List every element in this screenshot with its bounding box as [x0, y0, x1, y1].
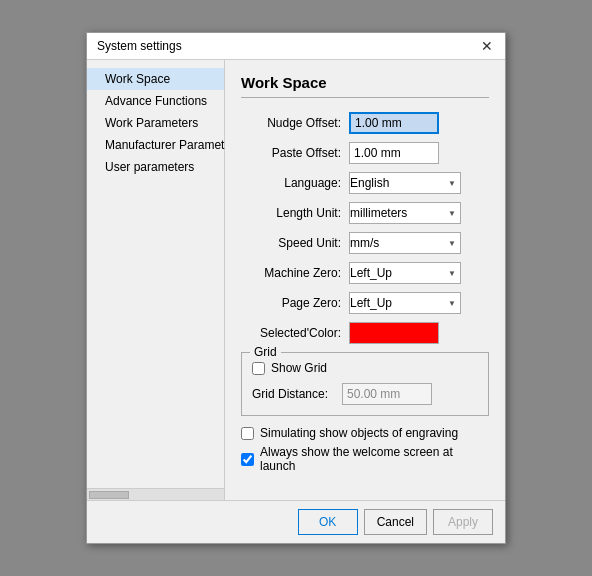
- length-unit-select[interactable]: millimeters inches: [349, 202, 461, 224]
- bottom-checkboxes: Simulating show objects of engraving Alw…: [241, 426, 489, 473]
- scrollbar-thumb: [89, 491, 129, 499]
- simulating-label: Simulating show objects of engraving: [260, 426, 458, 440]
- selected-color-label: Selected'Color:: [241, 326, 349, 340]
- show-grid-row: Show Grid: [252, 361, 478, 375]
- welcome-screen-row: Always show the welcome screen at launch: [241, 445, 489, 473]
- cancel-button[interactable]: Cancel: [364, 509, 427, 535]
- length-unit-label: Length Unit:: [241, 206, 349, 220]
- sidebar-item-label: User parameters: [105, 160, 194, 174]
- page-zero-row: Page Zero: Left_Up Right_Up Left_Down Ri…: [241, 292, 489, 314]
- grid-group-box: Grid Show Grid Grid Distance:: [241, 352, 489, 416]
- system-settings-dialog: System settings ✕ Work Space Advance Fun…: [86, 32, 506, 544]
- show-grid-label: Show Grid: [271, 361, 327, 375]
- page-zero-select[interactable]: Left_Up Right_Up Left_Down Right_Down: [349, 292, 461, 314]
- paste-offset-row: Paste Offset:: [241, 142, 489, 164]
- paste-offset-input[interactable]: [349, 142, 439, 164]
- title-bar: System settings ✕: [87, 33, 505, 60]
- dialog-body: Work Space Advance Functions Work Parame…: [87, 60, 505, 500]
- grid-distance-label: Grid Distance:: [252, 387, 342, 401]
- grid-group-title: Grid: [250, 345, 281, 359]
- show-grid-checkbox[interactable]: [252, 362, 265, 375]
- apply-button[interactable]: Apply: [433, 509, 493, 535]
- content-title: Work Space: [241, 74, 489, 98]
- sidebar-scrollbar[interactable]: [87, 488, 224, 500]
- close-button[interactable]: ✕: [479, 39, 495, 53]
- length-unit-row: Length Unit: millimeters inches: [241, 202, 489, 224]
- language-row: Language: English Chinese Spanish: [241, 172, 489, 194]
- sidebar-item-work-space[interactable]: Work Space: [87, 68, 224, 90]
- speed-unit-row: Speed Unit: mm/s in/s: [241, 232, 489, 254]
- language-select[interactable]: English Chinese Spanish: [349, 172, 461, 194]
- language-label: Language:: [241, 176, 349, 190]
- sidebar-item-label: Work Space: [105, 72, 170, 86]
- sidebar-items: Work Space Advance Functions Work Parame…: [87, 60, 224, 488]
- sidebar-item-user-parameters[interactable]: User parameters: [87, 156, 224, 178]
- speed-unit-select[interactable]: mm/s in/s: [349, 232, 461, 254]
- sidebar-item-work-parameters[interactable]: Work Parameters: [87, 112, 224, 134]
- machine-zero-label: Machine Zero:: [241, 266, 349, 280]
- simulating-row: Simulating show objects of engraving: [241, 426, 489, 440]
- sidebar: Work Space Advance Functions Work Parame…: [87, 60, 225, 500]
- dialog-footer: OK Cancel Apply: [87, 500, 505, 543]
- sidebar-item-label: Advance Functions: [105, 94, 207, 108]
- grid-distance-input[interactable]: [342, 383, 432, 405]
- speed-unit-label: Speed Unit:: [241, 236, 349, 250]
- page-zero-select-wrapper: Left_Up Right_Up Left_Down Right_Down: [349, 292, 461, 314]
- simulating-checkbox[interactable]: [241, 427, 254, 440]
- main-content: Work Space Nudge Offset: Paste Offset: L…: [225, 60, 505, 500]
- paste-offset-label: Paste Offset:: [241, 146, 349, 160]
- sidebar-item-label: Manufacturer Paramet: [105, 138, 224, 152]
- sidebar-item-manufacturer-param[interactable]: Manufacturer Paramet: [87, 134, 224, 156]
- grid-distance-row: Grid Distance:: [252, 383, 478, 405]
- nudge-offset-label: Nudge Offset:: [241, 116, 349, 130]
- selected-color-box[interactable]: [349, 322, 439, 344]
- length-unit-select-wrapper: millimeters inches: [349, 202, 461, 224]
- selected-color-row: Selected'Color:: [241, 322, 489, 344]
- machine-zero-row: Machine Zero: Left_Up Right_Up Left_Down…: [241, 262, 489, 284]
- speed-unit-select-wrapper: mm/s in/s: [349, 232, 461, 254]
- sidebar-item-advance-functions[interactable]: Advance Functions: [87, 90, 224, 112]
- machine-zero-select-wrapper: Left_Up Right_Up Left_Down Right_Down: [349, 262, 461, 284]
- machine-zero-select[interactable]: Left_Up Right_Up Left_Down Right_Down: [349, 262, 461, 284]
- welcome-screen-label: Always show the welcome screen at launch: [260, 445, 489, 473]
- sidebar-item-label: Work Parameters: [105, 116, 198, 130]
- dialog-title: System settings: [97, 39, 182, 53]
- nudge-offset-input[interactable]: [349, 112, 439, 134]
- ok-button[interactable]: OK: [298, 509, 358, 535]
- welcome-screen-checkbox[interactable]: [241, 453, 254, 466]
- page-zero-label: Page Zero:: [241, 296, 349, 310]
- nudge-offset-row: Nudge Offset:: [241, 112, 489, 134]
- language-select-wrapper: English Chinese Spanish: [349, 172, 461, 194]
